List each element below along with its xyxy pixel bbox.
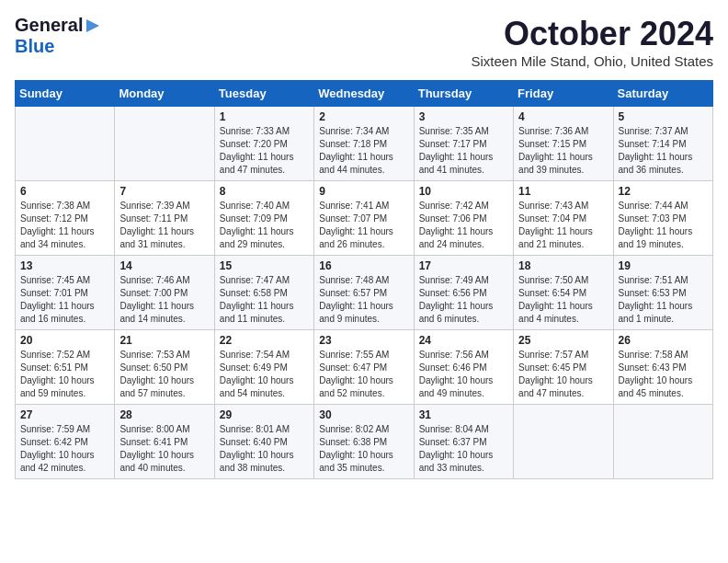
day-number: 13 bbox=[20, 259, 109, 272]
header-day-wednesday: Wednesday bbox=[314, 81, 414, 107]
week-row-2: 6Sunrise: 7:38 AMSunset: 7:12 PMDaylight… bbox=[16, 181, 713, 256]
day-number: 9 bbox=[319, 185, 408, 198]
day-number: 19 bbox=[619, 259, 708, 272]
calendar-cell: 23Sunrise: 7:55 AMSunset: 6:47 PMDayligh… bbox=[314, 330, 414, 405]
day-number: 5 bbox=[619, 110, 708, 123]
day-info: Sunrise: 7:47 AMSunset: 6:58 PMDaylight:… bbox=[220, 274, 309, 326]
day-number: 29 bbox=[220, 408, 309, 421]
calendar-cell: 2Sunrise: 7:34 AMSunset: 7:18 PMDaylight… bbox=[314, 107, 414, 181]
svg-marker-0 bbox=[86, 19, 99, 32]
header-day-saturday: Saturday bbox=[613, 81, 712, 107]
day-info: Sunrise: 7:43 AMSunset: 7:04 PMDaylight:… bbox=[518, 200, 608, 251]
day-info: Sunrise: 7:40 AMSunset: 7:09 PMDaylight:… bbox=[220, 200, 309, 251]
calendar-header: SundayMondayTuesdayWednesdayThursdayFrid… bbox=[16, 81, 713, 107]
calendar-cell: 31Sunrise: 8:04 AMSunset: 6:37 PMDayligh… bbox=[414, 405, 513, 479]
day-number: 21 bbox=[119, 334, 209, 347]
day-number: 11 bbox=[518, 185, 608, 198]
day-info: Sunrise: 7:45 AMSunset: 7:01 PMDaylight:… bbox=[20, 274, 109, 326]
calendar-cell: 30Sunrise: 8:02 AMSunset: 6:38 PMDayligh… bbox=[314, 405, 414, 479]
day-number: 28 bbox=[119, 408, 209, 421]
calendar-cell: 15Sunrise: 7:47 AMSunset: 6:58 PMDayligh… bbox=[214, 256, 313, 330]
week-row-1: 1Sunrise: 7:33 AMSunset: 7:20 PMDaylight… bbox=[16, 107, 713, 181]
calendar-cell: 19Sunrise: 7:51 AMSunset: 6:53 PMDayligh… bbox=[613, 256, 712, 330]
calendar-cell: 4Sunrise: 7:36 AMSunset: 7:15 PMDaylight… bbox=[514, 107, 613, 181]
week-row-3: 13Sunrise: 7:45 AMSunset: 7:01 PMDayligh… bbox=[16, 256, 713, 330]
title-block: October 2024 Sixteen Mile Stand, Ohio, U… bbox=[472, 15, 713, 69]
day-number: 17 bbox=[419, 259, 508, 272]
calendar-cell: 18Sunrise: 7:50 AMSunset: 6:54 PMDayligh… bbox=[514, 256, 613, 330]
day-info: Sunrise: 7:49 AMSunset: 6:56 PMDaylight:… bbox=[419, 274, 508, 326]
day-info: Sunrise: 7:56 AMSunset: 6:46 PMDaylight:… bbox=[419, 349, 508, 400]
day-number: 25 bbox=[518, 334, 608, 347]
day-info: Sunrise: 7:36 AMSunset: 7:15 PMDaylight:… bbox=[518, 125, 608, 177]
header-day-friday: Friday bbox=[514, 81, 613, 107]
day-number: 1 bbox=[220, 110, 309, 123]
day-number: 10 bbox=[419, 185, 508, 198]
calendar-cell: 5Sunrise: 7:37 AMSunset: 7:14 PMDaylight… bbox=[613, 107, 712, 181]
calendar-cell bbox=[514, 405, 613, 479]
day-number: 12 bbox=[619, 185, 708, 198]
logo-blue-text: Blue bbox=[15, 36, 54, 57]
day-info: Sunrise: 8:00 AMSunset: 6:41 PMDaylight:… bbox=[119, 423, 209, 475]
day-info: Sunrise: 7:48 AMSunset: 6:57 PMDaylight:… bbox=[319, 274, 408, 326]
calendar-cell bbox=[16, 107, 115, 181]
day-info: Sunrise: 7:54 AMSunset: 6:49 PMDaylight:… bbox=[220, 349, 309, 400]
day-number: 8 bbox=[220, 185, 309, 198]
week-row-4: 20Sunrise: 7:52 AMSunset: 6:51 PMDayligh… bbox=[16, 330, 713, 405]
calendar-subtitle: Sixteen Mile Stand, Ohio, United States bbox=[472, 53, 713, 69]
day-number: 18 bbox=[518, 259, 608, 272]
calendar-cell: 7Sunrise: 7:39 AMSunset: 7:11 PMDaylight… bbox=[115, 181, 214, 256]
day-info: Sunrise: 7:58 AMSunset: 6:43 PMDaylight:… bbox=[619, 349, 708, 400]
day-number: 27 bbox=[20, 408, 109, 421]
day-info: Sunrise: 7:37 AMSunset: 7:14 PMDaylight:… bbox=[619, 125, 708, 177]
logo: General Blue bbox=[15, 15, 101, 57]
calendar-cell: 25Sunrise: 7:57 AMSunset: 6:45 PMDayligh… bbox=[514, 330, 613, 405]
day-info: Sunrise: 7:38 AMSunset: 7:12 PMDaylight:… bbox=[20, 200, 109, 251]
week-row-5: 27Sunrise: 7:59 AMSunset: 6:42 PMDayligh… bbox=[16, 405, 713, 479]
day-number: 7 bbox=[119, 185, 209, 198]
header-day-monday: Monday bbox=[115, 81, 214, 107]
calendar-body: 1Sunrise: 7:33 AMSunset: 7:20 PMDaylight… bbox=[16, 107, 713, 479]
day-number: 22 bbox=[220, 334, 309, 347]
calendar-cell: 1Sunrise: 7:33 AMSunset: 7:20 PMDaylight… bbox=[214, 107, 313, 181]
day-info: Sunrise: 8:01 AMSunset: 6:40 PMDaylight:… bbox=[220, 423, 309, 475]
day-number: 30 bbox=[319, 408, 408, 421]
day-number: 3 bbox=[419, 110, 508, 123]
day-number: 6 bbox=[20, 185, 109, 198]
day-info: Sunrise: 8:04 AMSunset: 6:37 PMDaylight:… bbox=[419, 423, 508, 475]
calendar-cell: 11Sunrise: 7:43 AMSunset: 7:04 PMDayligh… bbox=[514, 181, 613, 256]
calendar-cell: 14Sunrise: 7:46 AMSunset: 7:00 PMDayligh… bbox=[115, 256, 214, 330]
day-info: Sunrise: 7:33 AMSunset: 7:20 PMDaylight:… bbox=[220, 125, 309, 177]
header-day-tuesday: Tuesday bbox=[214, 81, 313, 107]
day-info: Sunrise: 7:51 AMSunset: 6:53 PMDaylight:… bbox=[619, 274, 708, 326]
day-info: Sunrise: 7:46 AMSunset: 7:00 PMDaylight:… bbox=[119, 274, 209, 326]
day-info: Sunrise: 7:50 AMSunset: 6:54 PMDaylight:… bbox=[518, 274, 608, 326]
day-number: 26 bbox=[619, 334, 708, 347]
calendar-cell: 27Sunrise: 7:59 AMSunset: 6:42 PMDayligh… bbox=[16, 405, 115, 479]
calendar-cell: 26Sunrise: 7:58 AMSunset: 6:43 PMDayligh… bbox=[613, 330, 712, 405]
day-info: Sunrise: 7:42 AMSunset: 7:06 PMDaylight:… bbox=[419, 200, 508, 251]
day-info: Sunrise: 7:41 AMSunset: 7:07 PMDaylight:… bbox=[319, 200, 408, 251]
header-row: SundayMondayTuesdayWednesdayThursdayFrid… bbox=[16, 81, 713, 107]
day-number: 23 bbox=[319, 334, 408, 347]
day-info: Sunrise: 7:35 AMSunset: 7:17 PMDaylight:… bbox=[419, 125, 508, 177]
calendar-table: SundayMondayTuesdayWednesdayThursdayFrid… bbox=[15, 80, 713, 479]
day-info: Sunrise: 7:57 AMSunset: 6:45 PMDaylight:… bbox=[518, 349, 608, 400]
day-info: Sunrise: 7:52 AMSunset: 6:51 PMDaylight:… bbox=[20, 349, 109, 400]
logo-arrow-icon bbox=[85, 17, 101, 34]
calendar-cell: 10Sunrise: 7:42 AMSunset: 7:06 PMDayligh… bbox=[414, 181, 513, 256]
calendar-cell: 24Sunrise: 7:56 AMSunset: 6:46 PMDayligh… bbox=[414, 330, 513, 405]
day-info: Sunrise: 8:02 AMSunset: 6:38 PMDaylight:… bbox=[319, 423, 408, 475]
calendar-cell: 21Sunrise: 7:53 AMSunset: 6:50 PMDayligh… bbox=[115, 330, 214, 405]
calendar-cell: 6Sunrise: 7:38 AMSunset: 7:12 PMDaylight… bbox=[16, 181, 115, 256]
page-header: General Blue October 2024 Sixteen Mile S… bbox=[15, 15, 713, 69]
day-number: 24 bbox=[419, 334, 508, 347]
calendar-cell bbox=[613, 405, 712, 479]
calendar-cell: 29Sunrise: 8:01 AMSunset: 6:40 PMDayligh… bbox=[214, 405, 313, 479]
calendar-cell: 28Sunrise: 8:00 AMSunset: 6:41 PMDayligh… bbox=[115, 405, 214, 479]
day-number: 4 bbox=[518, 110, 608, 123]
calendar-cell: 8Sunrise: 7:40 AMSunset: 7:09 PMDaylight… bbox=[214, 181, 313, 256]
header-day-thursday: Thursday bbox=[414, 81, 513, 107]
calendar-cell: 13Sunrise: 7:45 AMSunset: 7:01 PMDayligh… bbox=[16, 256, 115, 330]
day-number: 16 bbox=[319, 259, 408, 272]
